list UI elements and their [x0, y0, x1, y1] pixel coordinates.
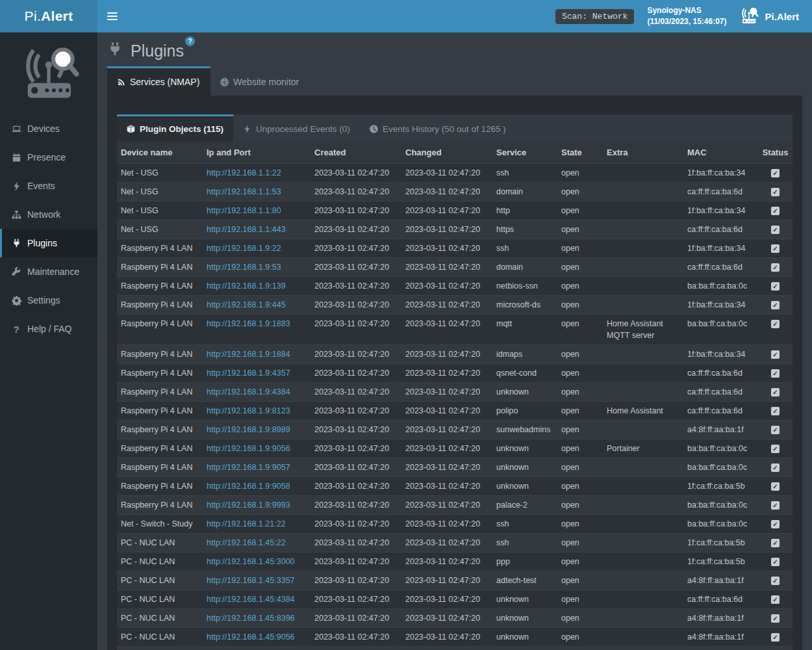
status-checkbox[interactable]: ✓ [771, 482, 780, 491]
cube-icon [127, 125, 135, 133]
ip-port-link[interactable]: http://192.168.1.9:4357 [207, 369, 290, 378]
tab-website-monitor[interactable]: Website monitor [210, 66, 310, 96]
cell-ip-port: http://192.168.1.9:1884 [203, 345, 311, 364]
status-checkbox[interactable]: ✓ [771, 282, 780, 291]
sidebar-item-events[interactable]: Events [0, 172, 97, 200]
cell-device-name: Raspberry Pi 4 LAN [117, 315, 203, 345]
status-checkbox[interactable]: ✓ [771, 595, 780, 604]
cell-changed: 2023-03-11 02:47:20 [401, 258, 492, 277]
status-checkbox[interactable]: ✓ [771, 388, 780, 396]
column-header-status[interactable]: Status [758, 142, 793, 164]
sidebar-toggle-button[interactable] [97, 0, 127, 32]
status-checkbox[interactable]: ✓ [771, 558, 780, 566]
cell-state: open [557, 571, 603, 590]
sidebar-item-presence[interactable]: Presence [0, 143, 97, 172]
ip-port-link[interactable]: http://192.168.1.9:445 [207, 300, 286, 309]
column-header-created[interactable]: Created [311, 142, 401, 164]
ip-port-link[interactable]: http://192.168.1.9:139 [207, 281, 286, 291]
plugin-tabs: Services (NMAP)Website monitor [107, 66, 802, 96]
status-checkbox[interactable]: ✓ [771, 350, 780, 359]
plugin-object-tabs: Plugin Objects (115)Unprocessed Events (… [117, 114, 793, 142]
status-checkbox[interactable]: ✓ [771, 426, 780, 434]
ip-port-link[interactable]: http://192.168.1.9:1884 [207, 350, 290, 359]
plugin-objects-box: Plugin Objects (115)Unprocessed Events (… [117, 114, 793, 650]
status-checkbox[interactable]: ✓ [771, 188, 780, 196]
status-checkbox[interactable]: ✓ [771, 445, 780, 453]
page-title-text: Plugins? [131, 42, 195, 60]
ip-port-link[interactable]: http://192.168.1.21:22 [207, 519, 286, 528]
cell-created: 2023-03-11 02:47:20 [311, 496, 401, 515]
ip-port-link[interactable]: http://192.168.1.9:1883 [207, 319, 290, 328]
sidebar-item-plugins[interactable]: Plugins [0, 229, 97, 257]
ip-port-link[interactable]: http://192.168.1.45:4384 [207, 595, 295, 604]
cell-service: netbios-ssn [492, 277, 557, 296]
cell-ip-port: http://192.168.1.9:445 [203, 296, 311, 315]
cell-created: 2023-03-11 02:47:20 [311, 571, 401, 590]
ip-port-link[interactable]: http://192.168.1.9:22 [207, 244, 281, 253]
status-checkbox[interactable]: ✓ [771, 244, 780, 253]
status-checkbox[interactable]: ✓ [771, 263, 780, 272]
column-header-service[interactable]: Service [492, 142, 557, 164]
navbar-brand[interactable]: Pi.Alert [739, 6, 804, 27]
sidebar-item-settings[interactable]: Settings [0, 286, 97, 315]
ip-port-link[interactable]: http://192.168.1.45:22 [207, 538, 286, 547]
cell-state: open [557, 345, 603, 364]
ip-port-link[interactable]: http://192.168.1.9:4384 [207, 387, 290, 396]
status-checkbox[interactable]: ✓ [771, 226, 780, 234]
ip-port-link[interactable]: http://192.168.1.45:9056 [207, 632, 295, 642]
sidebar-item-devices[interactable]: Devices [0, 114, 97, 143]
ip-port-link[interactable]: http://192.168.1.45:3000 [207, 557, 295, 566]
column-header-device-name[interactable]: Device name [117, 142, 203, 164]
cell-device-name: PC - NUC LAN [117, 628, 203, 647]
cell-device-name: Raspberry Pi 4 LAN [117, 239, 203, 258]
sidebar-item-maintenance[interactable]: Maintenance [0, 257, 97, 286]
ip-port-link[interactable]: http://192.168.1.9:8123 [207, 406, 290, 415]
status-checkbox[interactable]: ✓ [771, 301, 780, 309]
column-header-mac[interactable]: MAC [683, 142, 758, 164]
ip-port-link[interactable]: http://192.168.1.1:22 [207, 168, 281, 177]
sidebar-item-network[interactable]: Network [0, 200, 97, 229]
status-checkbox[interactable]: ✓ [771, 463, 780, 472]
status-checkbox[interactable]: ✓ [771, 207, 780, 215]
status-checkbox[interactable]: ✓ [771, 169, 780, 177]
subtab-events-history-50-out-of-1265[interactable]: Events History (50 out of 1265 ) [360, 114, 516, 142]
ip-port-link[interactable]: http://192.168.1.9:8989 [207, 425, 290, 434]
column-header-changed[interactable]: Changed [401, 142, 492, 164]
status-checkbox[interactable]: ✓ [771, 633, 780, 642]
ip-port-link[interactable]: http://192.168.1.9:9057 [207, 463, 290, 472]
content-area: Plugins? Services (NMAP)Website monitor … [97, 32, 812, 650]
ip-port-link[interactable]: http://192.168.1.1:443 [207, 225, 286, 234]
status-checkbox[interactable]: ✓ [771, 577, 780, 585]
ip-port-link[interactable]: http://192.168.1.9:53 [207, 263, 281, 272]
status-checkbox[interactable]: ✓ [771, 320, 780, 328]
status-checkbox[interactable]: ✓ [771, 520, 780, 528]
ip-port-link[interactable]: http://192.168.1.45:3357 [207, 576, 295, 585]
app-logo[interactable]: Pi.Alert [0, 0, 97, 32]
ip-port-link[interactable]: http://192.168.1.9:9056 [207, 444, 290, 453]
ip-port-link[interactable]: http://192.168.1.1:80 [207, 206, 281, 215]
tab-services-nmap[interactable]: Services (NMAP) [107, 66, 210, 96]
help-badge[interactable]: ? [185, 36, 195, 46]
cell-status: ✓ [758, 590, 793, 609]
table-row: PC - NUC LANhttp://192.168.1.45:33572023… [117, 571, 793, 590]
cell-changed: 2023-03-11 02:47:20 [401, 277, 492, 296]
subtab-unprocessed-events-0[interactable]: Unprocessed Events (0) [233, 114, 360, 142]
column-header-state[interactable]: State [557, 142, 603, 164]
subtab-plugin-objects-115[interactable]: Plugin Objects (115) [117, 114, 233, 142]
ip-port-link[interactable]: http://192.168.1.1:53 [207, 187, 281, 196]
status-checkbox[interactable]: ✓ [771, 614, 780, 623]
column-header-extra[interactable]: Extra [603, 142, 683, 164]
status-checkbox[interactable]: ✓ [771, 369, 780, 378]
status-checkbox[interactable]: ✓ [771, 501, 780, 510]
table-row: Raspberry Pi 4 LANhttp://192.168.1.9:188… [117, 315, 793, 345]
ip-port-link[interactable]: http://192.168.1.9:9993 [207, 500, 290, 510]
status-checkbox[interactable]: ✓ [771, 539, 780, 547]
ip-port-link[interactable]: http://192.168.1.45:8396 [207, 614, 295, 623]
cell-mac: ba:ba:ff:ca:ba:0c [683, 515, 758, 534]
ip-port-link[interactable]: http://192.168.1.9:9058 [207, 482, 290, 491]
status-checkbox[interactable]: ✓ [771, 407, 780, 415]
sidebar-item-help-faq[interactable]: ?Help / FAQ [0, 315, 97, 343]
cell-ip-port: http://192.168.1.9:9056 [203, 439, 311, 458]
column-header-ip-and-port[interactable]: Ip and Port [203, 142, 311, 164]
cell-status: ✓ [758, 477, 793, 496]
